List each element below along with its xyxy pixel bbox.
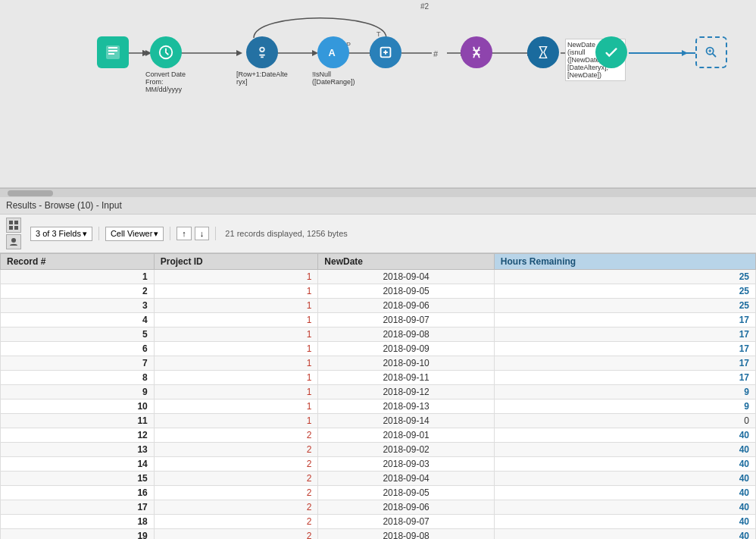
- col-newdate[interactable]: NewDate: [318, 254, 495, 270]
- table-row: 712018-09-1017: [1, 356, 756, 371]
- cell-new-date: 2018-09-05: [318, 486, 495, 500]
- sidebar-profile-icon[interactable]: [6, 234, 21, 249]
- cell-hours-remaining: 25: [494, 299, 755, 313]
- cell-project-id: 2: [154, 443, 318, 457]
- svg-text:#2: #2: [420, 2, 430, 11]
- cell-new-date: 2018-09-07: [318, 515, 495, 529]
- fields-selector-button[interactable]: 3 of 3 Fields ▾: [30, 227, 92, 241]
- sort-desc-icon: ↓: [200, 229, 205, 238]
- cell-hours-remaining: 17: [494, 327, 755, 342]
- svg-marker-19: [682, 50, 688, 56]
- cell-hours-remaining: 9: [494, 385, 755, 400]
- cell-record: 6: [1, 342, 155, 356]
- cell-hours-remaining: 17: [494, 356, 755, 371]
- results-toolbar: 3 of 3 Fields ▾ Cell Viewer ▾ ↑ ↓ 21 rec…: [0, 215, 756, 253]
- cell-hours-remaining: 40: [494, 428, 755, 443]
- node-browse[interactable]: [695, 36, 727, 68]
- cell-record: 13: [1, 443, 155, 457]
- node-multirow[interactable]: [Row+1:DateAlteryx]: [236, 36, 288, 86]
- cell-project-id: 1: [154, 414, 318, 428]
- cell-viewer-button[interactable]: Cell Viewer ▾: [105, 227, 164, 241]
- node-filter[interactable]: A !IsNull([DateRange]): [312, 36, 355, 86]
- cell-project-id: 2: [154, 472, 318, 486]
- table-row: 112018-09-0425: [1, 270, 756, 284]
- cell-project-id: 1: [154, 313, 318, 327]
- svg-point-25: [261, 49, 264, 52]
- node-formula[interactable]: NewDate = iif(isnull([NewDate]),[DateAlt…: [527, 36, 559, 68]
- cell-hours-remaining: 40: [494, 500, 755, 515]
- cell-record: 7: [1, 356, 155, 371]
- cell-record: 15: [1, 472, 155, 486]
- node-check[interactable]: [595, 36, 627, 68]
- col-project-id[interactable]: Project ID: [154, 254, 318, 270]
- svg-rect-31: [9, 221, 13, 224]
- col-record[interactable]: Record #: [1, 254, 155, 270]
- cell-new-date: 2018-09-04: [318, 472, 495, 486]
- cell-new-date: 2018-09-04: [318, 270, 495, 284]
- results-table-container[interactable]: Record # Project ID NewDate Hours Remain…: [0, 253, 756, 539]
- svg-text:#: #: [433, 49, 439, 58]
- cell-project-id: 1: [154, 400, 318, 414]
- cell-project-id: 1: [154, 356, 318, 371]
- canvas-scrollbar[interactable]: [0, 188, 756, 197]
- cell-new-date: 2018-09-07: [318, 313, 495, 327]
- sort-desc-button[interactable]: ↓: [195, 227, 210, 240]
- cell-record: 5: [1, 327, 155, 342]
- cell-hours-remaining: 40: [494, 529, 755, 540]
- cell-new-date: 2018-09-03: [318, 457, 495, 472]
- cell-record: 4: [1, 313, 155, 327]
- cell-new-date: 2018-09-10: [318, 356, 495, 371]
- node-datetime-label: Convert DateFrom:MM/dd/yyyy: [145, 71, 186, 93]
- svg-point-35: [11, 238, 16, 243]
- cell-record: 19: [1, 529, 155, 540]
- table-row: 1012018-09-139: [1, 400, 756, 414]
- sort-asc-icon: ↑: [182, 229, 186, 238]
- cell-project-id: 1: [154, 342, 318, 356]
- results-header-text: Results - Browse (10) - Input: [6, 200, 122, 211]
- node-datetime[interactable]: Convert DateFrom:MM/dd/yyyy: [145, 36, 186, 93]
- cell-hours-remaining: 40: [494, 486, 755, 500]
- table-row: 1112018-09-140: [1, 414, 756, 428]
- node-sequence[interactable]: [461, 36, 492, 68]
- table-row: 1322018-09-0240: [1, 443, 756, 457]
- workflow-canvas[interactable]: #2 # T P: [0, 0, 756, 188]
- cell-project-id: 1: [154, 270, 318, 284]
- col-hours-remaining[interactable]: Hours Remaining: [494, 254, 755, 270]
- node-append[interactable]: [370, 36, 401, 68]
- cell-project-id: 1: [154, 327, 318, 342]
- node-input[interactable]: [97, 36, 129, 68]
- table-row: 512018-09-0817: [1, 327, 756, 342]
- sidebar-grid-icon[interactable]: [6, 218, 21, 233]
- table-row: 312018-09-0625: [1, 299, 756, 313]
- cell-project-id: 2: [154, 515, 318, 529]
- cell-hours-remaining: 17: [494, 342, 755, 356]
- cell-project-id: 1: [154, 371, 318, 385]
- node-multirow-label: [Row+1:DateAlteryx]: [236, 71, 288, 86]
- cell-new-date: 2018-09-11: [318, 371, 495, 385]
- table-row: 912018-09-129: [1, 385, 756, 400]
- cell-hours-remaining: 40: [494, 457, 755, 472]
- cell-project-id: 1: [154, 299, 318, 313]
- table-row: 1922018-09-0840: [1, 529, 756, 540]
- table-row: 1522018-09-0440: [1, 472, 756, 486]
- results-header: Results - Browse (10) - Input: [0, 197, 756, 215]
- cell-new-date: 2018-09-05: [318, 284, 495, 299]
- table-row: 1222018-09-0140: [1, 428, 756, 443]
- cell-project-id: 1: [154, 385, 318, 400]
- toolbar-separator-3: [215, 227, 216, 240]
- chevron-down-icon: ▾: [83, 229, 87, 239]
- table-row: 1822018-09-0740: [1, 515, 756, 529]
- cell-record: 18: [1, 515, 155, 529]
- table-body: 112018-09-0425212018-09-0525312018-09-06…: [1, 270, 756, 540]
- cell-new-date: 2018-09-01: [318, 428, 495, 443]
- cell-record: 17: [1, 500, 155, 515]
- cell-record: 16: [1, 486, 155, 500]
- cell-record: 3: [1, 299, 155, 313]
- cell-new-date: 2018-09-08: [318, 529, 495, 540]
- cell-record: 12: [1, 428, 155, 443]
- cell-hours-remaining: 17: [494, 313, 755, 327]
- cell-new-date: 2018-09-06: [318, 299, 495, 313]
- sort-asc-button[interactable]: ↑: [177, 227, 192, 240]
- records-info: 21 records displayed, 1256 bytes: [225, 229, 347, 238]
- cell-new-date: 2018-09-14: [318, 414, 495, 428]
